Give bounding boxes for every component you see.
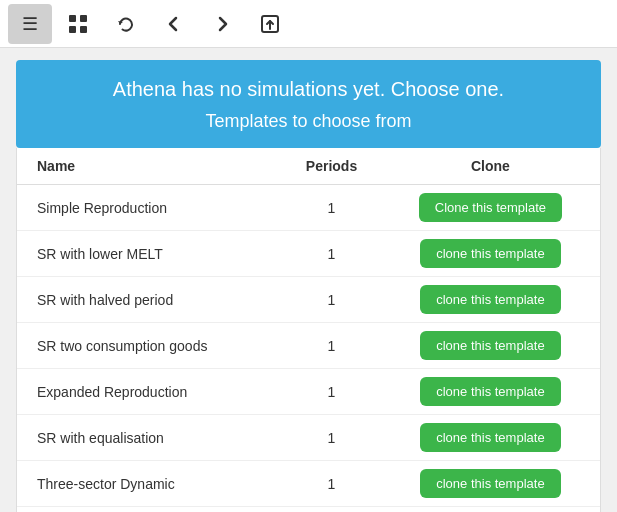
grid-button[interactable]	[56, 4, 100, 44]
row-clone-cell: Clone this template	[381, 185, 600, 231]
row-clone-cell: clone this template	[381, 415, 600, 461]
refresh-button[interactable]	[104, 4, 148, 44]
row-periods: 1	[282, 415, 381, 461]
table-row: SR two production goods1clone this templ…	[17, 507, 600, 513]
row-clone-cell: clone this template	[381, 461, 600, 507]
export-button[interactable]	[248, 4, 292, 44]
col-clone-header: Clone	[381, 148, 600, 185]
forward-button[interactable]	[200, 4, 244, 44]
clone-template-button[interactable]: clone this template	[420, 331, 560, 360]
row-name: SR with equalisation	[17, 415, 282, 461]
clone-template-button[interactable]: clone this template	[420, 239, 560, 268]
row-periods: 1	[282, 461, 381, 507]
templates-table-container: Name Periods Clone Simple Reproduction1C…	[16, 148, 601, 512]
svg-rect-3	[80, 26, 87, 33]
toolbar: ☰	[0, 0, 617, 48]
svg-rect-1	[80, 15, 87, 22]
row-name: SR with lower MELT	[17, 231, 282, 277]
clone-template-button[interactable]: clone this template	[420, 469, 560, 498]
banner-subtitle: Templates to choose from	[36, 111, 581, 132]
menu-button[interactable]: ☰	[8, 4, 52, 44]
row-periods: 1	[282, 185, 381, 231]
col-name-header: Name	[17, 148, 282, 185]
row-clone-cell: clone this template	[381, 231, 600, 277]
row-periods: 1	[282, 277, 381, 323]
row-name: SR with halved period	[17, 277, 282, 323]
clone-template-button[interactable]: clone this template	[420, 377, 560, 406]
table-row: SR with equalisation1clone this template	[17, 415, 600, 461]
templates-table: Name Periods Clone Simple Reproduction1C…	[17, 148, 600, 512]
svg-rect-2	[69, 26, 76, 33]
row-clone-cell: clone this template	[381, 507, 600, 513]
table-row: Simple Reproduction1Clone this template	[17, 185, 600, 231]
row-periods: 1	[282, 369, 381, 415]
row-name: SR two consumption goods	[17, 323, 282, 369]
row-periods: 1	[282, 507, 381, 513]
table-row: SR two consumption goods1clone this temp…	[17, 323, 600, 369]
row-periods: 1	[282, 323, 381, 369]
row-periods: 1	[282, 231, 381, 277]
row-clone-cell: clone this template	[381, 277, 600, 323]
table-row: SR with lower MELT1clone this template	[17, 231, 600, 277]
row-name: SR two production goods	[17, 507, 282, 513]
banner: Athena has no simulations yet. Choose on…	[16, 60, 601, 148]
table-row: Expanded Reproduction1clone this templat…	[17, 369, 600, 415]
svg-rect-0	[69, 15, 76, 22]
table-row: Three-sector Dynamic1clone this template	[17, 461, 600, 507]
row-name: Three-sector Dynamic	[17, 461, 282, 507]
col-periods-header: Periods	[282, 148, 381, 185]
back-button[interactable]	[152, 4, 196, 44]
main-content: Athena has no simulations yet. Choose on…	[0, 48, 617, 512]
row-name: Simple Reproduction	[17, 185, 282, 231]
row-name: Expanded Reproduction	[17, 369, 282, 415]
row-clone-cell: clone this template	[381, 323, 600, 369]
row-clone-cell: clone this template	[381, 369, 600, 415]
clone-template-button[interactable]: Clone this template	[419, 193, 562, 222]
table-header-row: Name Periods Clone	[17, 148, 600, 185]
table-row: SR with halved period1clone this templat…	[17, 277, 600, 323]
clone-template-button[interactable]: clone this template	[420, 285, 560, 314]
clone-template-button[interactable]: clone this template	[420, 423, 560, 452]
banner-title: Athena has no simulations yet. Choose on…	[36, 78, 581, 101]
